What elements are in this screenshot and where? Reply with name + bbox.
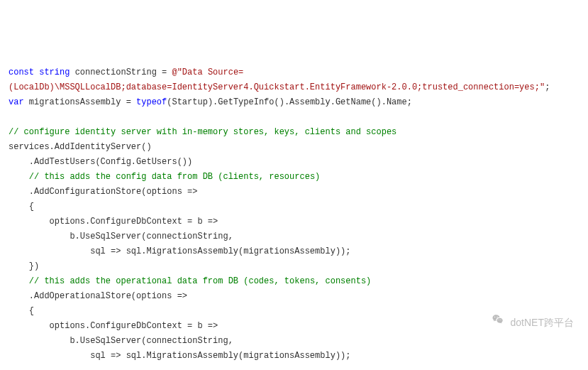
code-text: { (9, 306, 34, 316)
code-text (9, 276, 29, 286)
code-text: options.ConfigureDbContext = b => (9, 321, 218, 331)
code-text: .AddConfigurationStore(options => (9, 187, 197, 197)
code-text: ; (545, 82, 550, 92)
keyword-typeof: typeof (136, 97, 167, 107)
comment: // this adds the operational data from D… (29, 276, 371, 286)
keyword-string: string (39, 67, 70, 77)
code-text: { (9, 202, 34, 212)
code-text: connectionString = (70, 67, 172, 77)
string-literal: (LocalDb)\MSSQLLocalDB;database=Identity… (9, 82, 545, 92)
code-text (9, 172, 29, 182)
code-text: .AddOperationalStore(options => (9, 291, 187, 301)
comment: // configure identity server with in-mem… (9, 127, 396, 137)
code-block: const string connectionString = @"Data S… (9, 65, 579, 370)
code-text: services.AddIdentityServer() (9, 142, 152, 152)
keyword-const: const (9, 67, 34, 77)
code-text: migrationsAssembly = (24, 97, 136, 107)
code-text: b.UseSqlServer(connectionString, (9, 336, 233, 346)
code-text: (Startup).GetTypeInfo().Assembly.GetName… (167, 97, 412, 107)
code-text: sql => sql.MigrationsAssembly(migrations… (9, 246, 350, 256)
code-text: b.UseSqlServer(connectionString, (9, 232, 233, 241)
string-literal: @"Data Source= (172, 67, 243, 77)
code-text: .AddTestUsers(Config.GetUsers()) (9, 157, 192, 167)
code-text: }) (9, 261, 39, 271)
comment: // this adds the config data from DB (cl… (29, 172, 320, 182)
code-text: sql => sql.MigrationsAssembly(migrations… (9, 351, 350, 361)
code-text: options.ConfigureDbContext = b => (9, 217, 218, 227)
keyword-var: var (9, 97, 24, 107)
